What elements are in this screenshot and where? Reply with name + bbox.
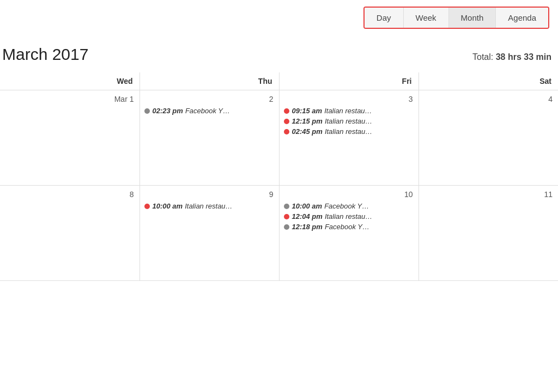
event-w1d2-2[interactable]: 12:18 pmFacebook Y… (284, 223, 414, 231)
calendar-header-row: Wed Thu Fri Sat (0, 72, 558, 90)
event-name: Facebook Y… (185, 107, 230, 115)
day-number-w1d0: 8 (4, 190, 135, 199)
event-dot-gray (284, 224, 289, 230)
event-w1d1-0[interactable]: 10:00 amItalian restau… (144, 202, 275, 210)
event-time: 12:15 pm (292, 117, 323, 125)
calendar-cell-w0d1: 202:23 pmFacebook Y… (140, 90, 279, 186)
col-wed: Wed (0, 72, 140, 90)
day-number-w1d1: 9 (144, 190, 275, 199)
event-w0d2-2[interactable]: 02:45 pmItalian restau… (284, 127, 414, 136)
event-name: Italian restau… (324, 107, 372, 115)
view-btn-agenda[interactable]: Agenda (496, 8, 548, 28)
event-name: Facebook Y… (325, 223, 369, 231)
event-dot-red (284, 108, 289, 114)
event-w0d2-1[interactable]: 12:15 pmItalian restau… (284, 117, 414, 125)
day-number-w0d2: 3 (284, 95, 414, 103)
col-fri: Fri (279, 72, 418, 90)
view-btn-day[interactable]: Day (365, 8, 404, 28)
event-w1d2-1[interactable]: 12:04 pmItalian restau… (284, 212, 414, 220)
event-w1d2-0[interactable]: 10:00 amFacebook Y… (284, 202, 414, 210)
calendar-cell-w0d3: 4 (418, 90, 558, 186)
event-dot-red (284, 129, 289, 134)
day-number-w0d1: 2 (144, 95, 275, 103)
day-number-w0d3: 4 (423, 95, 554, 103)
event-dot-red (284, 119, 289, 124)
event-time: 09:15 am (292, 107, 323, 115)
event-name: Facebook Y… (324, 202, 369, 210)
total-value: 38 hrs 33 min (496, 52, 551, 62)
calendar-week-row-1: 8910:00 amItalian restau…1010:00 amFaceb… (0, 186, 558, 281)
col-thu: Thu (140, 72, 279, 90)
view-switcher-container: Day Week Month Agenda (0, 0, 558, 35)
calendar-cell-w1d3: 11 (418, 186, 558, 281)
month-total: Total: 38 hrs 33 min (472, 52, 551, 62)
event-name: Italian restau… (325, 127, 372, 136)
day-number-w0d0: Mar 1 (4, 95, 135, 103)
calendar-table: Wed Thu Fri Sat Mar 1202:23 pmFacebook Y… (0, 72, 558, 281)
calendar-cell-w0d2: 309:15 amItalian restau…12:15 pmItalian … (279, 90, 418, 186)
event-dot-red (144, 204, 150, 209)
event-time: 02:23 pm (153, 107, 183, 115)
day-number-w1d2: 10 (284, 190, 414, 199)
event-dot-gray (144, 108, 150, 114)
col-sat: Sat (418, 72, 558, 90)
event-name: Italian restau… (325, 117, 372, 125)
calendar-cell-w1d0: 8 (0, 186, 140, 281)
calendar-cell-w0d0: Mar 1 (0, 90, 140, 186)
event-time: 12:04 pm (292, 212, 323, 220)
calendar-cell-w1d1: 910:00 amItalian restau… (140, 186, 279, 281)
event-name: Italian restau… (325, 212, 372, 220)
event-dot-red (284, 214, 289, 219)
event-dot-gray (284, 204, 289, 209)
event-w0d1-0[interactable]: 02:23 pmFacebook Y… (144, 107, 275, 115)
event-name: Italian restau… (185, 202, 232, 210)
calendar-cell-w1d2: 1010:00 amFacebook Y…12:04 pmItalian res… (279, 186, 418, 281)
month-title: March 2017 (2, 45, 88, 64)
event-time: 10:00 am (153, 202, 183, 210)
total-label: Total: (472, 52, 493, 62)
event-time: 10:00 am (292, 202, 323, 210)
view-btn-month[interactable]: Month (449, 8, 496, 28)
day-number-w1d3: 11 (423, 190, 554, 199)
calendar-week-row-0: Mar 1202:23 pmFacebook Y…309:15 amItalia… (0, 90, 558, 186)
event-time: 12:18 pm (292, 223, 323, 231)
event-time: 02:45 pm (292, 127, 323, 136)
view-switcher: Day Week Month Agenda (363, 7, 549, 29)
month-header: March 2017 Total: 38 hrs 33 min (0, 35, 558, 72)
view-btn-week[interactable]: Week (404, 8, 449, 28)
event-w0d2-0[interactable]: 09:15 amItalian restau… (284, 107, 414, 115)
